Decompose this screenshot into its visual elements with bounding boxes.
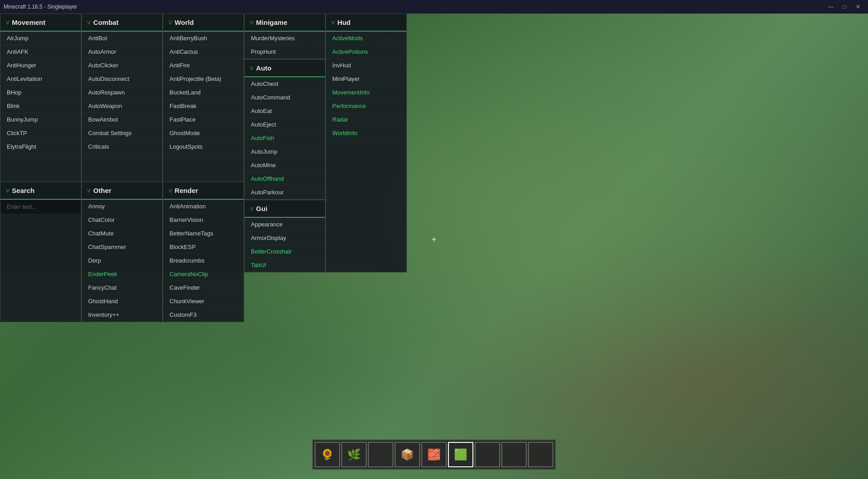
gui-items: Appearance ArmorDisplay BetterCrosshair … <box>245 218 325 272</box>
list-item[interactable]: AntiBot <box>82 32 162 45</box>
list-item[interactable]: AirJump <box>0 32 81 45</box>
hotbar-slot-7-item <box>478 446 496 464</box>
list-item[interactable]: BowAimbot <box>82 113 162 127</box>
other-items: Annoy ChatColor ChatMute ChatSpammer Der… <box>82 200 162 322</box>
list-item[interactable]: AntiBerryBush <box>163 32 244 45</box>
search-panel-header[interactable]: V Search <box>0 182 81 200</box>
list-item[interactable]: ChunkViewer <box>163 295 244 308</box>
list-item[interactable]: BarrierVision <box>163 213 244 227</box>
list-item[interactable]: FastPlace <box>163 113 244 127</box>
list-item[interactable]: ArmorDisplay <box>245 231 325 245</box>
list-item[interactable]: ActivePotions <box>326 45 406 59</box>
list-item[interactable]: BetterCrosshair <box>245 245 325 258</box>
list-item[interactable]: AutoCommand <box>245 91 325 104</box>
movement-panel-header[interactable]: V Movement <box>0 14 81 32</box>
hotbar-slot-2[interactable]: 🌿 <box>341 442 367 467</box>
list-item[interactable]: LogoutSpots <box>163 140 244 154</box>
list-item[interactable]: ChatSpammer <box>82 240 162 254</box>
combat-panel-title: Combat <box>93 19 118 26</box>
list-item[interactable]: ChatMute <box>82 227 162 240</box>
list-item[interactable]: AutoWeapon <box>82 99 162 113</box>
list-item[interactable]: GhostMode <box>163 127 244 140</box>
list-item[interactable]: AntiLevitation <box>0 72 81 86</box>
list-item[interactable]: AutoArmor <box>82 45 162 59</box>
minigame-panel-header[interactable]: V Minigame <box>245 14 325 32</box>
gui-panel-header[interactable]: V Gui <box>245 200 325 218</box>
list-item[interactable]: ClickTP <box>0 127 81 140</box>
list-item[interactable]: TabUI <box>245 258 325 272</box>
list-item[interactable]: BunnyJump <box>0 113 81 127</box>
list-item[interactable]: Inventory++ <box>82 308 162 322</box>
hotbar-slot-1[interactable]: 🌻 <box>315 442 340 467</box>
list-item[interactable]: AntiFire <box>163 59 244 72</box>
hotbar-slot-7[interactable] <box>475 442 500 467</box>
list-item[interactable]: BHop <box>0 86 81 99</box>
other-panel-header[interactable]: V Other <box>82 182 162 200</box>
list-item[interactable]: AutoJump <box>245 145 325 159</box>
render-panel-header[interactable]: V Render <box>163 182 244 200</box>
list-item[interactable]: MiniPlayer <box>326 72 406 86</box>
list-item[interactable]: MovementInfo <box>326 86 406 99</box>
combat-panel-header[interactable]: V Combat <box>82 14 162 32</box>
list-item[interactable]: Radar <box>326 113 406 127</box>
list-item[interactable]: Combat Settings <box>82 127 162 140</box>
list-item[interactable]: Blink <box>0 99 81 113</box>
list-item[interactable]: AutoParkour <box>245 186 325 199</box>
hotbar-slot-3-item <box>372 446 390 464</box>
list-item[interactable]: Breadcrumbs <box>163 254 244 268</box>
world-panel-header[interactable]: V World <box>163 14 244 32</box>
list-item[interactable]: Appearance <box>245 218 325 231</box>
list-item[interactable]: AutoFish <box>245 131 325 145</box>
list-item[interactable]: GhostHand <box>82 295 162 308</box>
hud-panel-header[interactable]: V Hud <box>326 14 406 32</box>
list-item[interactable]: BucketLand <box>163 86 244 99</box>
list-item[interactable]: EnderPeek <box>82 268 162 281</box>
list-item[interactable]: AntiAFK <box>0 45 81 59</box>
hotbar-slot-4[interactable]: 📦 <box>395 442 420 467</box>
search-panel: V Search <box>0 182 81 322</box>
list-item[interactable]: AutoOffhand <box>245 172 325 186</box>
list-item[interactable]: AntiAnimation <box>163 200 244 213</box>
list-item[interactable]: ElytraFlight <box>0 140 81 154</box>
list-item[interactable]: Criticals <box>82 140 162 154</box>
list-item[interactable]: AntiHunger <box>0 59 81 72</box>
hotbar-slot-6[interactable]: 🟩 <box>448 442 473 467</box>
list-item[interactable]: BlockESP <box>163 240 244 254</box>
list-item[interactable]: BetterNameTags <box>163 227 244 240</box>
auto-panel-header[interactable]: V Auto <box>245 60 325 77</box>
list-item[interactable]: AutoEject <box>245 118 325 131</box>
list-item[interactable]: CameraNoClip <box>163 268 244 281</box>
list-item[interactable]: ChatColor <box>82 213 162 227</box>
auto-panel-title: Auto <box>256 64 271 72</box>
list-item[interactable]: FastBreak <box>163 99 244 113</box>
list-item[interactable]: InvHud <box>326 59 406 72</box>
crosshair: + <box>431 235 437 245</box>
list-item[interactable]: CaveFinder <box>163 281 244 295</box>
list-item[interactable]: Derp <box>82 254 162 268</box>
hotbar-slot-9[interactable] <box>528 442 553 467</box>
list-item[interactable]: FancyChat <box>82 281 162 295</box>
list-item[interactable]: MurderMysteries <box>245 32 325 45</box>
close-button[interactable]: ✕ <box>852 2 864 11</box>
maximize-button[interactable]: □ <box>838 2 851 11</box>
list-item[interactable]: ActiveMods <box>326 32 406 45</box>
list-item[interactable]: Annoy <box>82 200 162 213</box>
minimize-button[interactable]: — <box>825 2 837 11</box>
list-item[interactable]: PropHunt <box>245 45 325 59</box>
hotbar-slot-8[interactable] <box>501 442 527 467</box>
list-item[interactable]: AutoChest <box>245 77 325 91</box>
list-item[interactable]: AutoRespawn <box>82 86 162 99</box>
list-item[interactable]: AutoDisconnect <box>82 72 162 86</box>
list-item[interactable]: CustomF3 <box>163 308 244 322</box>
list-item[interactable]: AntiCactus <box>163 45 244 59</box>
list-item[interactable]: AutoClicker <box>82 59 162 72</box>
hotbar-slot-3[interactable] <box>368 442 393 467</box>
auto-panel: V Auto AutoChest AutoCommand AutoEat Aut… <box>244 59 326 200</box>
list-item[interactable]: Performance <box>326 99 406 113</box>
hotbar-slot-5[interactable]: 🧱 <box>421 442 447 467</box>
list-item[interactable]: AutoEat <box>245 104 325 118</box>
search-input[interactable] <box>0 200 81 214</box>
list-item[interactable]: WorldInfo <box>326 127 406 140</box>
list-item[interactable]: AntiProjectile (Beta) <box>163 72 244 86</box>
list-item[interactable]: AutoMine <box>245 159 325 172</box>
